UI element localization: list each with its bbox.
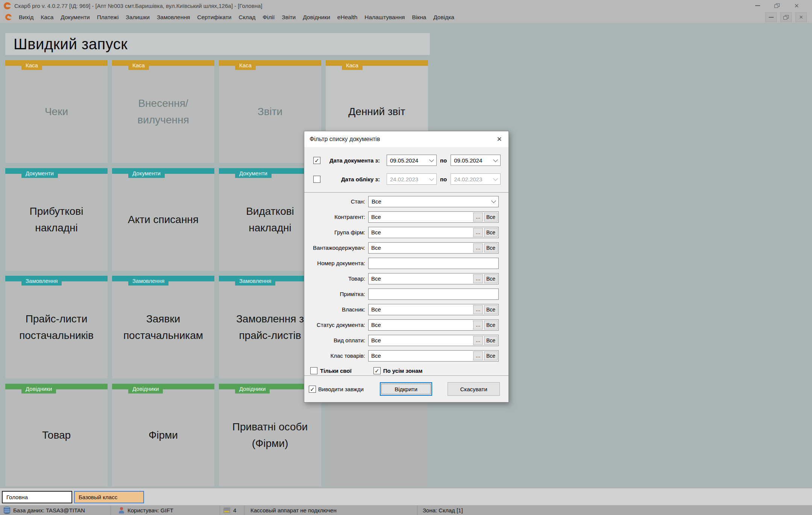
menu-item-ehealth[interactable]: eHealth — [337, 14, 357, 21]
consignee-all-button[interactable]: Все — [484, 243, 498, 252]
field-row-doc-status: Статус документа: … Все — [304, 317, 508, 333]
goods-all-button[interactable]: Все — [484, 274, 498, 283]
date-accounting-from-combo[interactable]: 24.02.2023 — [387, 173, 437, 185]
tile-label: Акти списання — [123, 211, 203, 228]
tab-bazovyi-klass[interactable]: Базовый класс — [74, 491, 144, 503]
menu-item-directories[interactable]: Довідники — [303, 14, 330, 21]
date-accounting-checkbox[interactable] — [313, 176, 320, 183]
status-user: Користувач: GIFT — [111, 505, 220, 515]
window-titlebar: Скарб pro v. 4.0.2.77 [ІД: 969] - [Апт №… — [0, 0, 812, 11]
tile-category-tag: Каса — [342, 60, 363, 70]
goods-class-all-button[interactable]: Все — [484, 351, 498, 360]
always-show-checkbox[interactable]: ✓ — [309, 386, 316, 393]
menu-item-windows[interactable]: Вікна — [412, 14, 426, 21]
date-document-to-combo[interactable]: 09.05.2024 — [451, 155, 501, 166]
doc-status-input[interactable] — [369, 322, 473, 328]
minimize-icon[interactable] — [753, 2, 762, 10]
goods-class-browse-button[interactable]: … — [473, 351, 483, 360]
dialog-footer: ✓ Виводити завжди Відкрити Скасувати — [304, 376, 508, 403]
date-document-label: Дата документа з: — [323, 157, 380, 164]
menu-item-reports[interactable]: Звіти — [282, 14, 296, 21]
firm-group-all-button[interactable]: Все — [484, 228, 498, 237]
payment-type-input[interactable] — [369, 337, 473, 343]
app-logo-icon — [4, 2, 11, 9]
child-minimize-icon[interactable] — [765, 12, 777, 22]
menu-item-payments[interactable]: Платежі — [97, 14, 119, 21]
consignee-input[interactable] — [369, 245, 473, 251]
menu-item-help[interactable]: Довідка — [433, 14, 454, 21]
user-icon — [118, 507, 124, 513]
note-input[interactable] — [368, 289, 499, 300]
all-zones-checkbox[interactable]: ✓ — [373, 367, 381, 374]
menu-item-stock[interactable]: Залишки — [126, 14, 150, 21]
date-accounting-to-combo[interactable]: 24.02.2023 — [451, 173, 501, 185]
tile-strip — [219, 60, 321, 66]
date-document-from-combo[interactable]: 09.05.2024 — [387, 155, 437, 166]
state-combo[interactable]: Все — [368, 196, 499, 207]
payment-type-browse-button[interactable]: … — [473, 336, 483, 345]
tile-tovar[interactable]: Довідники Товар — [5, 384, 108, 486]
owner-input[interactable] — [369, 306, 473, 313]
only-own-checkbox[interactable] — [310, 367, 317, 374]
chevron-down-icon — [493, 176, 498, 181]
menu-item-orders[interactable]: Замовлення — [157, 14, 190, 21]
dialog-close-icon[interactable]: × — [495, 135, 503, 143]
date-document-row: ✓ Дата документа з: 09.05.2024 по 09.05.… — [304, 151, 508, 170]
doc-status-lookup: … Все — [368, 319, 499, 331]
tile-category-tag: Замовлення — [128, 276, 168, 286]
doc-status-browse-button[interactable]: … — [473, 321, 483, 330]
restore-icon[interactable] — [772, 2, 782, 10]
menu-item-warehouse[interactable]: Склад — [238, 14, 255, 21]
chevron-down-icon — [491, 198, 496, 203]
doc-status-all-button[interactable]: Все — [484, 321, 498, 330]
tile-category-tag: Каса — [128, 60, 149, 70]
tile-vnesennya[interactable]: Каса Внесення/вилучення — [112, 60, 214, 163]
chevron-down-icon — [429, 176, 434, 181]
tile-akty-spysannya[interactable]: Документи Акти списання — [112, 168, 214, 271]
counterparty-input[interactable] — [369, 214, 473, 220]
tile-cheky[interactable]: Каса Чеки — [5, 60, 108, 163]
menu-item-documents[interactable]: Документи — [61, 14, 90, 21]
window-controls: × — [753, 2, 808, 10]
tile-zayavky[interactable]: Замовлення Заявки постачальникам — [112, 276, 214, 378]
tile-category-tag: Замовлення — [21, 276, 62, 286]
menu-item-certificates[interactable]: Сертифікати — [197, 14, 231, 21]
chevron-down-icon — [429, 157, 434, 162]
tile-category-tag: Довідники — [128, 384, 163, 393]
goods-input[interactable] — [369, 275, 473, 282]
tile-prybutkovi[interactable]: Документи Прибуткові накладні — [5, 168, 108, 271]
cash-register-icon — [223, 507, 230, 513]
date-to-label: по — [440, 157, 447, 164]
counterparty-browse-button[interactable]: … — [473, 213, 483, 222]
tile-strip — [112, 60, 214, 66]
owner-browse-button[interactable]: … — [473, 305, 483, 314]
firm-group-input[interactable] — [369, 229, 473, 235]
menu-item-kasa[interactable]: Каса — [41, 14, 53, 21]
child-close-icon[interactable]: × — [795, 12, 807, 22]
goods-lookup: … Все — [368, 273, 499, 284]
counterparty-all-button[interactable]: Все — [484, 213, 498, 222]
open-button[interactable]: Відкрити — [380, 382, 432, 396]
cancel-button[interactable]: Скасувати — [448, 382, 500, 396]
tile-strip — [5, 60, 108, 66]
tile-strip — [326, 60, 428, 66]
firm-group-browse-button[interactable]: … — [473, 228, 483, 237]
menu-item-settings[interactable]: Налаштування — [364, 14, 405, 21]
close-icon[interactable]: × — [792, 2, 801, 10]
tile-label: Прайс-листи постачальників — [5, 311, 108, 343]
goods-class-input[interactable] — [369, 352, 473, 359]
payment-type-lookup: … Все — [368, 335, 499, 346]
doc-number-input[interactable] — [368, 258, 499, 269]
tab-holovna[interactable]: Головна — [2, 491, 72, 503]
child-restore-icon[interactable] — [780, 12, 792, 22]
tile-label: Фірми — [144, 427, 182, 443]
tile-price-lists[interactable]: Замовлення Прайс-листи постачальників — [5, 276, 108, 378]
tile-firmy[interactable]: Довідники Фірми — [112, 384, 214, 486]
owner-all-button[interactable]: Все — [484, 305, 498, 314]
goods-browse-button[interactable]: … — [473, 274, 483, 283]
menu-item-branches[interactable]: Філії — [263, 14, 275, 21]
payment-type-all-button[interactable]: Все — [484, 336, 498, 345]
menu-item-exit[interactable]: Вихід — [19, 14, 33, 21]
consignee-browse-button[interactable]: … — [473, 243, 483, 252]
date-document-checkbox[interactable]: ✓ — [313, 157, 320, 164]
